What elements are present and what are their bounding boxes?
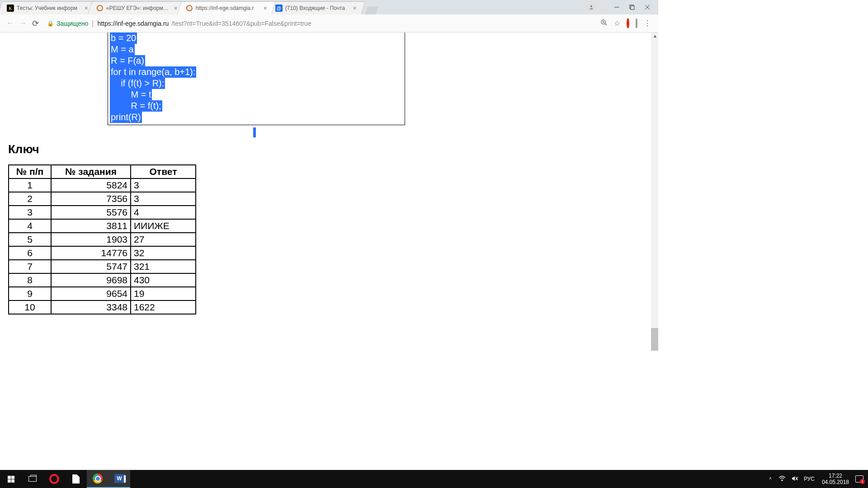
cell-task: 5747 — [51, 260, 131, 273]
cell-number: 6 — [9, 246, 51, 260]
code-line: print(R) — [110, 112, 142, 123]
cell-answer: 4 — [131, 206, 196, 219]
table-header-row: № п/п № задания Ответ — [9, 165, 196, 178]
table-row: 9965419 — [9, 287, 196, 300]
cell-task: 7356 — [51, 192, 131, 206]
answers-table: № п/п № задания Ответ 158243273563355764… — [8, 164, 196, 314]
close-icon[interactable]: ✕ — [353, 5, 357, 11]
close-icon[interactable]: ✕ — [263, 5, 267, 11]
table-row: 355764 — [9, 206, 196, 219]
col-answer: Ответ — [131, 165, 196, 178]
cell-answer: 19 — [131, 287, 196, 300]
cell-task: 9698 — [51, 273, 131, 287]
new-tab-button[interactable] — [365, 6, 378, 14]
window-minimize-button[interactable] — [614, 5, 619, 10]
cell-answer: 321 — [131, 260, 196, 273]
reload-button[interactable]: ⟳ — [29, 17, 42, 30]
table-row: 75747321 — [9, 260, 196, 273]
cell-answer: 32 — [131, 246, 196, 260]
svg-rect-3 — [631, 6, 634, 9]
table-row: 273563 — [9, 192, 196, 206]
profile-avatar-icon[interactable] — [587, 3, 596, 12]
table-row: 158243 — [9, 178, 196, 192]
cell-answer: 27 — [131, 233, 196, 246]
privacy-extension-icon[interactable] — [636, 19, 637, 28]
tab-title: (710) Входящие - Почта — [285, 5, 350, 11]
table-row: 43811ИИИЖЕ — [9, 219, 196, 233]
cell-task: 9654 — [51, 287, 131, 300]
page-viewport: b = 20 M = a R = F(a) for t in range(a, … — [0, 33, 658, 351]
kebab-menu-icon[interactable]: ⋮ — [644, 19, 651, 28]
scrollbar-thumb[interactable] — [651, 328, 658, 351]
svg-point-0 — [590, 5, 592, 7]
cell-number: 9 — [9, 287, 51, 300]
separator: | — [92, 19, 94, 28]
svg-line-7 — [605, 23, 607, 25]
tab-title: «РЕШУ ЕГЭ»: информати — [106, 5, 171, 11]
answers-key-heading: Ключ — [8, 142, 650, 156]
code-line: if (f(t) > R): — [110, 78, 165, 89]
cell-answer: ИИИЖЕ — [131, 219, 196, 233]
cell-number: 3 — [9, 206, 51, 219]
favicon-sun-icon — [96, 5, 104, 12]
favicon-sun-icon — [186, 5, 193, 12]
code-line: R = f(t); — [110, 100, 162, 112]
cell-task: 3811 — [51, 219, 131, 233]
cell-number: 5 — [9, 233, 51, 246]
cell-task: 3348 — [51, 300, 131, 314]
table-row: 1033481622 — [9, 300, 196, 314]
forward-button[interactable]: → — [16, 17, 29, 30]
lock-icon: 🔒 — [47, 20, 54, 27]
cell-task: 5576 — [51, 206, 131, 219]
cell-answer: 430 — [131, 273, 196, 287]
scroll-up-arrow-icon[interactable]: ▲ — [653, 33, 657, 38]
browser-tab[interactable]: K Тесты: Учебник информ ✕ — [0, 1, 97, 14]
col-task: № задания — [51, 165, 131, 178]
code-line: M = t — [110, 89, 152, 100]
tab-title: https://inf-ege.sdamgia.r — [196, 5, 260, 11]
window-close-button[interactable] — [645, 5, 650, 10]
cell-task: 5824 — [51, 178, 131, 192]
cell-number: 2 — [9, 192, 51, 206]
cell-task: 14776 — [51, 246, 131, 260]
text-cursor — [253, 127, 256, 137]
cell-answer: 3 — [131, 192, 196, 206]
close-icon[interactable]: ✕ — [174, 5, 178, 11]
address-bar[interactable]: 🔒 Защищено | https://inf-ege.sdamgia.ru/… — [44, 17, 594, 30]
table-row: 61477632 — [9, 246, 196, 260]
vertical-scrollbar[interactable]: ▲ — [651, 33, 658, 351]
url-host: https://inf-ege.sdamgia.ru — [97, 20, 169, 27]
browser-tabstrip: K Тесты: Учебник информ ✕ «РЕШУ ЕГЭ»: ин… — [0, 0, 658, 14]
bookmark-star-icon[interactable]: ☆ — [614, 19, 620, 28]
col-number: № п/п — [9, 165, 51, 178]
cell-task: 1903 — [51, 233, 131, 246]
window-maximize-button[interactable] — [629, 5, 635, 10]
table-row: 5190327 — [9, 233, 196, 246]
cell-number: 8 — [9, 273, 51, 287]
browser-tab[interactable]: @ (710) Входящие - Почта ✕ — [266, 1, 365, 14]
tab-title: Тесты: Учебник информ — [17, 5, 81, 11]
close-icon[interactable]: ✕ — [84, 5, 88, 11]
cell-number: 7 — [9, 260, 51, 273]
zoom-icon[interactable] — [600, 19, 608, 28]
cell-number: 10 — [9, 300, 51, 314]
cell-number: 1 — [9, 178, 51, 192]
code-line: R = F(a) — [110, 55, 145, 66]
favicon-k-icon: K — [7, 5, 14, 12]
opera-extension-icon[interactable] — [627, 19, 629, 28]
cell-number: 4 — [9, 219, 51, 233]
cell-answer: 1622 — [131, 300, 196, 314]
favicon-mail-icon: @ — [275, 5, 283, 12]
back-button[interactable]: ← — [4, 17, 16, 30]
browser-toolbar: ← → ⟳ 🔒 Защищено | https://inf-ege.sdamg… — [0, 14, 658, 33]
code-line: b = 20 — [110, 33, 137, 44]
cell-answer: 3 — [131, 178, 196, 192]
code-line: M = a — [110, 44, 135, 55]
code-line: for t in range(a, b+1): — [110, 66, 196, 78]
code-box[interactable]: b = 20 M = a R = F(a) for t in range(a, … — [108, 33, 405, 125]
browser-tab-active[interactable]: https://inf-ege.sdamgia.r ✕ — [177, 1, 276, 14]
browser-tab[interactable]: «РЕШУ ЕГЭ»: информати ✕ — [87, 1, 186, 14]
table-row: 89698430 — [9, 273, 196, 287]
secure-label: Защищено — [57, 20, 88, 27]
url-path: /test?nt=True&id=3514607&pub=False&print… — [171, 20, 311, 27]
